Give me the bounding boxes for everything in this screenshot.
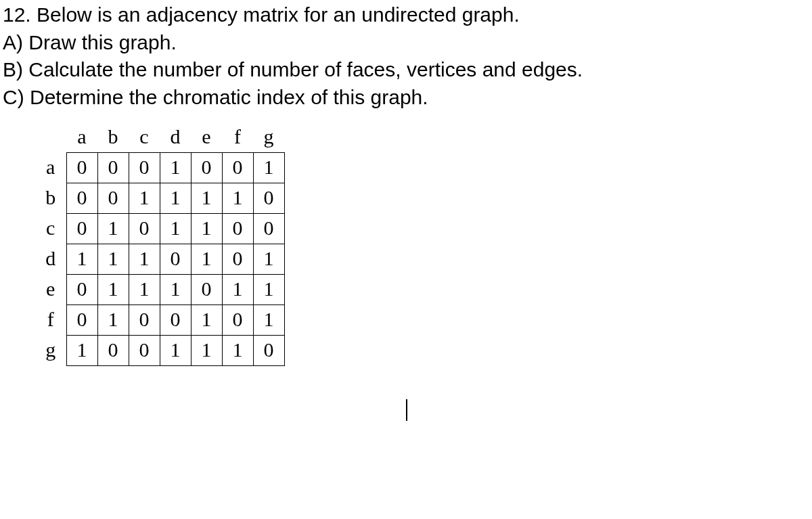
matrix-cell: 1: [253, 152, 284, 183]
row-header: d: [35, 244, 66, 274]
matrix-cell: 1: [253, 304, 284, 335]
matrix-cell: 1: [129, 183, 160, 213]
matrix-cell: 1: [97, 213, 129, 244]
row-header: e: [35, 274, 66, 304]
matrix-cell: 1: [222, 335, 253, 365]
matrix-cell: 0: [160, 304, 191, 335]
matrix-cell: 1: [191, 244, 222, 274]
matrix-cell: 0: [222, 152, 253, 183]
row-header: a: [35, 152, 66, 183]
matrix-cell: 0: [129, 152, 160, 183]
matrix-cell: 0: [160, 244, 191, 274]
matrix-cell: 1: [66, 244, 97, 274]
matrix-cell: 0: [222, 244, 253, 274]
col-header: g: [253, 122, 284, 152]
matrix-cell: 0: [191, 152, 222, 183]
row-header: f: [35, 304, 66, 335]
text-cursor: [406, 399, 407, 421]
question-intro: 12. Below is an adjacency matrix for an …: [3, 1, 809, 29]
matrix-cell: 0: [66, 183, 97, 213]
matrix-cell: 1: [129, 274, 160, 304]
matrix-cell: 1: [129, 244, 160, 274]
table-row: d 1 1 1 0 1 0 1: [35, 244, 284, 274]
adjacency-matrix-container: a b c d e f g a 0 0 0 1 0 0 1 b 0: [35, 122, 809, 366]
col-header: c: [129, 122, 160, 152]
part-a: A) Draw this graph.: [3, 29, 809, 57]
matrix-cell: 0: [66, 152, 97, 183]
matrix-cell: 0: [222, 304, 253, 335]
adjacency-matrix-table: a b c d e f g a 0 0 0 1 0 0 1 b 0: [35, 122, 285, 366]
table-row: a 0 0 0 1 0 0 1: [35, 152, 284, 183]
matrix-cell: 0: [97, 335, 129, 365]
matrix-cell: 0: [191, 274, 222, 304]
matrix-cell: 1: [97, 244, 129, 274]
table-row: g 1 0 0 1 1 1 0: [35, 335, 284, 365]
row-header: g: [35, 335, 66, 365]
matrix-cell: 1: [253, 274, 284, 304]
matrix-cell: 1: [191, 183, 222, 213]
matrix-cell: 1: [191, 304, 222, 335]
table-row: b 0 0 1 1 1 1 0: [35, 183, 284, 213]
matrix-cell: 0: [129, 213, 160, 244]
table-row: f 0 1 0 0 1 0 1: [35, 304, 284, 335]
matrix-cell: 0: [66, 304, 97, 335]
col-header: b: [97, 122, 129, 152]
table-row: c 0 1 0 1 1 0 0: [35, 213, 284, 244]
row-header: b: [35, 183, 66, 213]
matrix-cell: 0: [253, 183, 284, 213]
part-b: B) Calculate the number of number of fac…: [3, 56, 809, 84]
matrix-cell: 0: [253, 213, 284, 244]
col-header: f: [222, 122, 253, 152]
matrix-cell: 1: [222, 274, 253, 304]
matrix-cell: 1: [160, 152, 191, 183]
matrix-cell: 1: [253, 244, 284, 274]
matrix-cell: 1: [97, 304, 129, 335]
matrix-cell: 0: [66, 213, 97, 244]
matrix-cell: 0: [253, 335, 284, 365]
matrix-cell: 0: [129, 304, 160, 335]
matrix-cell: 1: [97, 274, 129, 304]
matrix-cell: 1: [160, 335, 191, 365]
matrix-cell: 1: [160, 274, 191, 304]
matrix-cell: 1: [191, 335, 222, 365]
part-c: C) Determine the chromatic index of this…: [3, 84, 809, 112]
matrix-cell: 1: [160, 213, 191, 244]
col-header: a: [66, 122, 97, 152]
matrix-cell: 1: [191, 213, 222, 244]
matrix-cell: 0: [222, 213, 253, 244]
row-header: c: [35, 213, 66, 244]
col-header: d: [160, 122, 191, 152]
matrix-cell: 1: [66, 335, 97, 365]
matrix-cell: 0: [97, 183, 129, 213]
matrix-cell: 0: [66, 274, 97, 304]
matrix-cell: 1: [222, 183, 253, 213]
table-row: e 0 1 1 1 0 1 1: [35, 274, 284, 304]
matrix-cell: 0: [129, 335, 160, 365]
corner-cell: [35, 122, 66, 152]
matrix-cell: 0: [97, 152, 129, 183]
col-header: e: [191, 122, 222, 152]
matrix-cell: 1: [160, 183, 191, 213]
